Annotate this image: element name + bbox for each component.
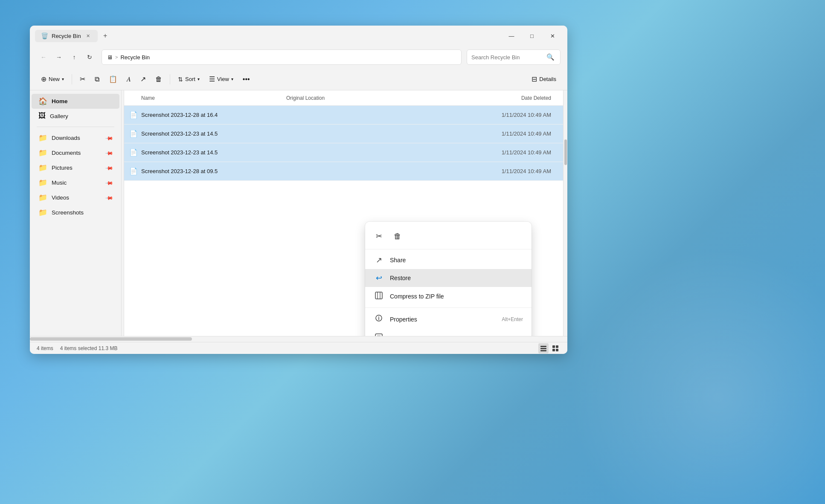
- minimize-button[interactable]: —: [502, 29, 521, 43]
- table-row[interactable]: 📄 Screenshot 2023-12-28 at 16.4 1/11/202…: [124, 106, 563, 125]
- active-tab[interactable]: 🗑️ Recycle Bin ✕: [35, 30, 98, 42]
- close-button[interactable]: ✕: [543, 29, 562, 43]
- music-icon: 📁: [38, 178, 47, 187]
- svg-rect-0: [375, 292, 382, 299]
- file-date: 1/11/2024 10:49 AM: [473, 130, 558, 137]
- sidebar-item-videos[interactable]: 📁 Videos 📌: [32, 190, 119, 205]
- status-view-controls: [538, 343, 561, 353]
- documents-icon: 📁: [38, 148, 47, 157]
- sidebar-item-pictures[interactable]: 📁 Pictures 📌: [32, 160, 119, 175]
- new-icon: ⊕: [41, 75, 46, 83]
- ctx-properties-item[interactable]: Properties Alt+Enter: [365, 310, 532, 329]
- window-controls: — □ ✕: [502, 29, 562, 43]
- pin-icon: 📌: [105, 133, 114, 142]
- ctx-properties-icon: [374, 314, 384, 324]
- toolbar: ⊕ New ▾ ✂ ⧉ 📋 𝐴 ↗ 🗑 ⇅ Sort ▾ ☰: [30, 68, 567, 90]
- ctx-more-options-item[interactable]: Show more options: [365, 329, 532, 336]
- back-button[interactable]: ←: [37, 50, 50, 64]
- ctx-cut-button[interactable]: ✂: [370, 228, 387, 245]
- search-input[interactable]: [471, 54, 544, 61]
- search-icon[interactable]: 🔍: [546, 53, 555, 61]
- maximize-button[interactable]: □: [522, 29, 542, 43]
- sidebar-item-home[interactable]: 🏠 Home: [32, 94, 119, 109]
- view-button[interactable]: ☰ View ▾: [205, 72, 238, 86]
- table-row[interactable]: 📄 Screenshot 2023-12-23 at 14.5 1/11/202…: [124, 143, 563, 162]
- sidebar-item-screenshots[interactable]: 📁 Screenshots: [32, 205, 119, 220]
- cut-button[interactable]: ✂: [76, 72, 90, 86]
- nav-bar: ← → ↑ ↻ 🖥 > Recycle Bin 🔍: [30, 46, 567, 68]
- breadcrumb-separator: >: [115, 55, 118, 60]
- ctx-more-options-label: Show more options: [390, 335, 523, 336]
- new-button[interactable]: ⊕ New ▾: [37, 72, 68, 86]
- rename-icon: 𝐴: [127, 75, 131, 83]
- file-list: Name Original Location Date Deleted 📄 Sc…: [124, 90, 563, 336]
- tab-area: 🗑️ Recycle Bin ✕ +: [35, 30, 502, 42]
- sidebar-separator: [37, 127, 114, 127]
- ctx-compress-item[interactable]: Compress to ZIP file: [365, 287, 532, 306]
- ctx-cut-icon: ✂: [376, 232, 382, 241]
- cut-icon: ✂: [80, 75, 85, 83]
- add-tab-button[interactable]: +: [99, 30, 111, 42]
- file-list-scrollbar[interactable]: [563, 90, 567, 336]
- sidebar-item-gallery[interactable]: 🖼 Gallery: [32, 109, 119, 123]
- details-area: ⊟ Details: [527, 72, 561, 86]
- file-icon: 📄: [129, 148, 141, 156]
- table-row[interactable]: 📄 Screenshot 2023-12-23 at 14.5 1/11/202…: [124, 125, 563, 143]
- pin-icon-videos: 📌: [105, 193, 114, 202]
- col-header-name[interactable]: Name: [141, 95, 286, 101]
- up-button[interactable]: ↑: [67, 50, 81, 64]
- sidebar-item-documents[interactable]: 📁 Documents 📌: [32, 145, 119, 160]
- ctx-restore-label: Restore: [390, 275, 523, 281]
- search-box[interactable]: 🔍: [467, 49, 561, 65]
- file-icon: 📄: [129, 130, 141, 138]
- ctx-more-icon: [374, 333, 384, 336]
- h-scroll-thumb[interactable]: [30, 337, 192, 341]
- horizontal-scrollbar[interactable]: [30, 336, 567, 342]
- computer-icon: 🖥: [107, 54, 113, 61]
- ctx-restore-item[interactable]: ↩ Restore: [365, 269, 532, 287]
- table-row[interactable]: 📄 Screenshot 2023-12-28 at 09.5 1/11/202…: [124, 162, 563, 181]
- more-options-button[interactable]: •••: [238, 73, 254, 86]
- file-date: 1/11/2024 10:49 AM: [473, 112, 558, 118]
- delete-button[interactable]: 🗑: [151, 73, 166, 86]
- tab-close-button[interactable]: ✕: [84, 32, 92, 40]
- sidebar-music-label: Music: [52, 180, 67, 186]
- sidebar-item-downloads[interactable]: 📁 Downloads 📌: [32, 130, 119, 145]
- share-button[interactable]: ↗: [136, 72, 150, 86]
- sort-icon: ⇅: [178, 76, 183, 83]
- col-header-location[interactable]: Original Location: [286, 95, 473, 101]
- share-icon: ↗: [140, 75, 146, 83]
- grid-view-button[interactable]: [550, 343, 561, 353]
- rename-button[interactable]: 𝐴: [122, 73, 135, 86]
- svg-rect-15: [552, 349, 555, 351]
- sidebar-item-music[interactable]: 📁 Music 📌: [32, 175, 119, 190]
- paste-button[interactable]: 📋: [105, 72, 122, 86]
- ctx-share-label: Share: [390, 257, 523, 264]
- copy-icon: ⧉: [95, 75, 99, 83]
- sort-chevron-icon: ▾: [198, 77, 200, 81]
- ctx-properties-label: Properties: [390, 316, 496, 323]
- sidebar: 🏠 Home 🖼 Gallery 📁 Downloads 📌 📁 Documen…: [30, 90, 122, 336]
- list-view-button[interactable]: [538, 343, 549, 353]
- sidebar-gallery-label: Gallery: [50, 113, 68, 119]
- refresh-button[interactable]: ↻: [83, 50, 96, 64]
- copy-button[interactable]: ⧉: [90, 73, 104, 86]
- scrollbar-thumb[interactable]: [564, 139, 567, 165]
- home-icon: 🏠: [38, 97, 47, 106]
- details-button[interactable]: ⊟ Details: [527, 72, 561, 86]
- pin-icon-music: 📌: [105, 178, 114, 187]
- col-header-date[interactable]: Date Deleted: [473, 95, 558, 101]
- file-explorer-window: 🗑️ Recycle Bin ✕ + — □ ✕ ← → ↑ ↻ 🖥 > Rec…: [30, 26, 567, 354]
- view-icon: ☰: [209, 75, 215, 83]
- view-chevron-icon: ▾: [231, 77, 233, 81]
- sort-button[interactable]: ⇅ Sort ▾: [174, 73, 204, 85]
- new-chevron-icon: ▾: [62, 77, 64, 81]
- details-icon: ⊟: [532, 75, 537, 83]
- breadcrumb[interactable]: 🖥 > Recycle Bin: [102, 49, 462, 65]
- forward-button[interactable]: →: [52, 50, 66, 64]
- content-area: 🏠 Home 🖼 Gallery 📁 Downloads 📌 📁 Documen…: [30, 90, 567, 336]
- sidebar-videos-label: Videos: [52, 194, 69, 201]
- context-menu-separator: [365, 307, 532, 308]
- ctx-share-item[interactable]: ↗ Share: [365, 251, 532, 269]
- ctx-delete-button[interactable]: 🗑: [389, 228, 406, 245]
